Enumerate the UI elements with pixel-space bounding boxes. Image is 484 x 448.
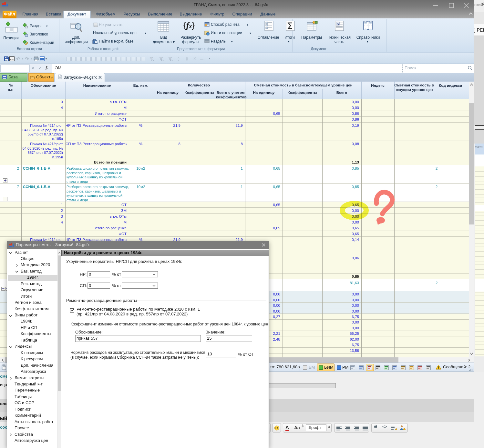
svg-text:КПС: КПС <box>10 58 15 60</box>
svg-text:A: A <box>337 22 339 25</box>
